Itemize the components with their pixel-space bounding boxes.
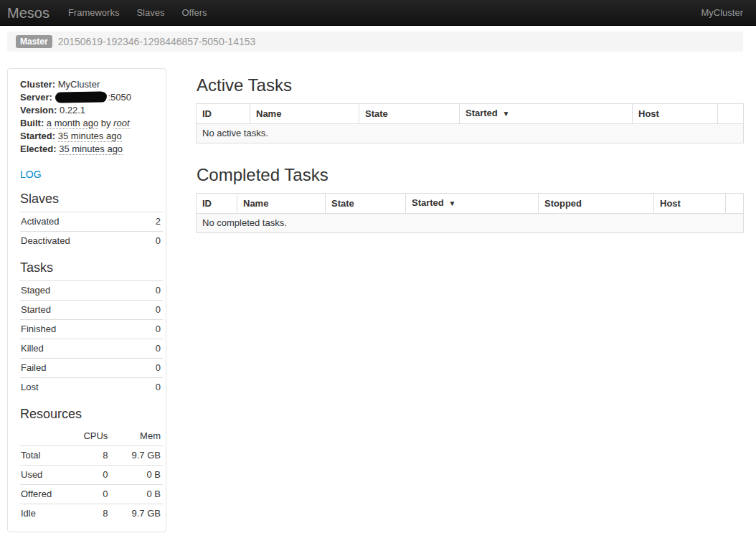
- resources-offered-cpus: 0: [60, 485, 110, 504]
- table-row: Activated 2: [20, 212, 163, 232]
- completed-col-name[interactable]: Name: [237, 194, 326, 214]
- resources-total-mem: 9.7 GB: [110, 446, 163, 466]
- table-row: No completed tasks.: [197, 214, 744, 233]
- active-col-started-label: Started: [466, 108, 498, 118]
- tasks-failed-value: 0: [137, 359, 163, 378]
- log-link[interactable]: LOG: [20, 168, 42, 181]
- table-row: Deactivated 0: [20, 232, 163, 251]
- table-row: Finished 0: [20, 320, 163, 339]
- tasks-section-title: Tasks: [20, 260, 163, 275]
- built-by-text: by: [101, 118, 111, 128]
- master-summary-panel: Cluster: MyCluster Server: :5050 Version…: [7, 68, 166, 532]
- completed-col-id[interactable]: ID: [197, 194, 237, 214]
- tasks-finished-value: 0: [137, 320, 163, 339]
- nav-item-slaves[interactable]: Slaves: [136, 6, 164, 19]
- completed-col-state[interactable]: State: [326, 194, 406, 214]
- table-row: Failed 0: [20, 359, 163, 378]
- tasks-lost-value: 0: [137, 378, 163, 397]
- cluster-info-line: Cluster: MyCluster: [20, 78, 163, 91]
- resources-total-cpus: 8: [60, 446, 110, 466]
- table-header-row: ID Name State Started ▼ Stopped Host: [197, 194, 744, 214]
- cluster-label: Cluster:: [20, 79, 55, 90]
- started-info-line: Started: 35 minutes ago: [20, 130, 163, 143]
- sort-desc-icon: ▼: [502, 110, 509, 118]
- tasks-stats-table: Staged 0 Started 0 Finished 0 Killed 0 F…: [20, 280, 163, 397]
- resources-idle-label: Idle: [20, 504, 60, 524]
- elected-label: Elected:: [20, 143, 57, 154]
- started-time: 35 minutes ago: [58, 131, 122, 142]
- resources-header-mem: Mem: [110, 427, 163, 446]
- slaves-section-title: Slaves: [20, 192, 163, 206]
- resources-offered-label: Offered: [20, 485, 60, 504]
- table-row: Idle 8 9.7 GB: [20, 504, 163, 524]
- active-col-started[interactable]: Started ▼: [460, 104, 633, 124]
- version-value: 0.22.1: [60, 105, 85, 115]
- active-tasks-empty-message: No active tasks.: [197, 124, 744, 143]
- completed-tasks-table: ID Name State Started ▼ Stopped Host No …: [196, 193, 744, 233]
- completed-tasks-title: Completed Tasks: [197, 165, 743, 185]
- completed-col-blank: [726, 194, 744, 214]
- resources-offered-mem: 0 B: [110, 485, 163, 504]
- completed-col-started[interactable]: Started ▼: [406, 194, 539, 214]
- table-row: Lost 0: [20, 378, 163, 397]
- master-id-text: 20150619-192346-1298446857-5050-14153: [58, 35, 256, 48]
- completed-col-started-label: Started: [412, 197, 444, 208]
- active-tasks-title: Active Tasks: [197, 75, 743, 95]
- navbar-cluster-name: MyCluster: [701, 6, 743, 19]
- table-row: Used 0 0 B: [20, 466, 163, 485]
- built-time: a month ago: [47, 118, 98, 129]
- tasks-killed-value: 0: [137, 339, 163, 359]
- active-col-host[interactable]: Host: [633, 104, 718, 124]
- tasks-started-value: 0: [137, 301, 163, 320]
- sort-desc-icon: ▼: [448, 199, 455, 207]
- tasks-staged-value: 0: [137, 281, 163, 301]
- completed-col-stopped[interactable]: Stopped: [539, 194, 654, 214]
- elected-time: 35 minutes ago: [59, 143, 123, 155]
- cluster-value: MyCluster: [58, 79, 100, 90]
- breadcrumb: Master 20150619-192346-1298446857-5050-1…: [7, 32, 743, 52]
- server-redaction-scribble: [55, 91, 107, 103]
- nav-item-frameworks[interactable]: Frameworks: [68, 6, 120, 19]
- tasks-finished-label: Finished: [20, 320, 137, 339]
- resources-idle-cpus: 8: [60, 504, 110, 524]
- built-label: Built:: [20, 118, 44, 128]
- version-label: Version:: [20, 105, 57, 115]
- resources-idle-mem: 9.7 GB: [110, 504, 163, 524]
- table-row: CPUs Mem: [20, 427, 163, 446]
- active-col-blank: [718, 104, 744, 124]
- resources-used-label: Used: [20, 466, 60, 485]
- tasks-failed-label: Failed: [20, 359, 137, 378]
- slaves-deactivated-value: 0: [143, 232, 163, 251]
- brand-mesos-link[interactable]: Mesos: [7, 0, 49, 26]
- tasks-started-label: Started: [20, 301, 137, 320]
- table-row: Started 0: [20, 301, 163, 320]
- table-row: Total 8 9.7 GB: [20, 446, 163, 466]
- table-row: Staged 0: [20, 281, 163, 301]
- built-user: root: [113, 118, 129, 129]
- resources-table: CPUs Mem Total 8 9.7 GB Used 0 0 B Offer…: [20, 427, 163, 523]
- active-col-id[interactable]: ID: [197, 104, 250, 124]
- table-row: Offered 0 0 B: [20, 485, 163, 504]
- resources-header-blank: [20, 427, 60, 446]
- table-row: Killed 0: [20, 339, 163, 359]
- tasks-killed-label: Killed: [20, 339, 137, 359]
- resources-section-title: Resources: [20, 407, 163, 421]
- active-tasks-table: ID Name State Started ▼ Host No active t…: [196, 103, 744, 143]
- resources-used-mem: 0 B: [110, 466, 163, 485]
- nav-item-offers[interactable]: Offers: [181, 6, 207, 19]
- completed-col-host[interactable]: Host: [654, 194, 726, 214]
- active-col-name[interactable]: Name: [250, 104, 359, 124]
- table-header-row: ID Name State Started ▼ Host: [197, 104, 744, 124]
- slaves-activated-value: 2: [143, 212, 163, 232]
- server-info-line: Server: :5050: [20, 91, 163, 104]
- version-info-line: Version: 0.22.1: [20, 104, 163, 117]
- slaves-deactivated-label: Deactivated: [20, 232, 143, 251]
- master-badge: Master: [16, 35, 52, 48]
- built-info-line: Built: a month ago by root: [20, 117, 163, 130]
- slaves-activated-label: Activated: [20, 212, 143, 232]
- resources-used-cpus: 0: [60, 466, 110, 485]
- server-label: Server:: [20, 92, 52, 103]
- active-col-state[interactable]: State: [359, 104, 460, 124]
- tasks-lost-label: Lost: [20, 378, 137, 397]
- tasks-staged-label: Staged: [20, 281, 137, 301]
